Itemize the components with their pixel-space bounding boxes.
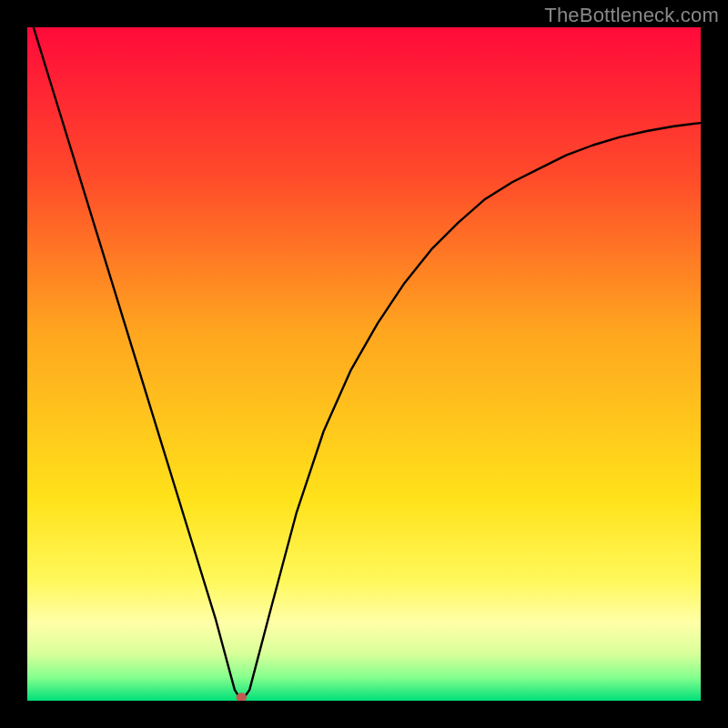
chart-svg xyxy=(27,27,701,701)
gradient-background xyxy=(27,27,701,701)
chart-frame: TheBottleneck.com xyxy=(0,0,728,728)
plot-area xyxy=(27,27,701,701)
watermark-text: TheBottleneck.com xyxy=(544,4,719,27)
